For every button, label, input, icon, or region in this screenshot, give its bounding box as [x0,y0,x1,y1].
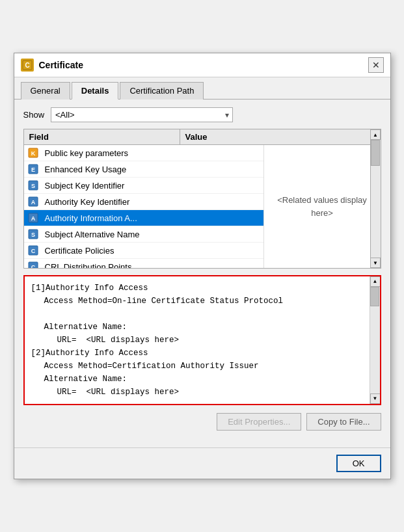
field-name-subject-alt: Subject Alternative Name [42,228,184,241]
tab-details[interactable]: Details [72,82,119,100]
title-bar-left: C Certificate [21,59,83,72]
field-name-subject-key: Subject Key Identifier [42,180,184,192]
detail-line-7: Alternative Name: [31,373,373,386]
field-icon-enhanced-key: E [27,163,40,176]
show-row: Show <All> [23,107,381,122]
field-name-cert-policies: Certificate Policies [42,245,184,257]
dialog-title: Certificate [39,60,83,70]
detail-scroll-down[interactable]: ▼ [370,393,381,404]
detail-scroll-track[interactable] [370,287,380,393]
table-row[interactable]: C CRL Distribution Points [24,259,263,268]
scroll-thumb[interactable] [371,145,380,166]
scroll-down-btn[interactable]: ▼ [370,258,381,268]
detail-content-box: [1]Authority Info Access Access Method=O… [23,275,381,405]
edit-properties-button[interactable]: Edit Properties... [217,413,301,431]
scroll-track[interactable] [371,145,381,258]
tab-bar: General Details Certification Path [14,77,390,100]
svg-text:S: S [31,232,34,238]
table-row[interactable]: S Subject Key Identifier [24,178,263,194]
table-row[interactable]: S Subject Alternative Name [24,226,263,243]
field-name-enhanced-key: Enhanced Key Usage [42,163,184,176]
detail-line-6: Access Method=Certification Authority Is… [31,360,373,373]
detail-scroll-up[interactable]: ▲ [370,276,381,287]
tab-certpath[interactable]: Certification Path [120,82,204,100]
detail-line-0: [1]Authority Info Access [31,282,373,295]
table-row[interactable]: K Public key parameters [24,145,263,161]
field-icon-crl-dist: C [27,260,40,268]
svg-text:S: S [31,183,34,189]
detail-scroll-thumb[interactable] [370,287,379,306]
detail-line-1: Access Method=On-line Certificate Status… [31,295,373,308]
detail-line-8: URL= <URL displays here> [31,386,373,399]
svg-text:A: A [31,215,35,222]
field-name-authority-info: Authority Information A... [42,212,184,224]
table-row-selected[interactable]: A Authority Information A... [24,210,263,226]
field-icon-authority-info: A [27,211,40,224]
svg-text:C: C [31,248,35,254]
field-table: Field Value K Public key parameters [23,129,381,269]
field-icon-subject-key: S [27,179,40,192]
table-row[interactable]: C Certificate Policies [24,243,263,259]
ok-button[interactable]: OK [336,455,381,472]
show-select-wrapper: <All> [51,107,233,122]
action-buttons-row: Edit Properties... Copy to File... [23,413,381,431]
detail-scrollbar[interactable]: ▲ ▼ [370,276,380,404]
field-table-body: K Public key parameters E Enhanced Key U… [24,145,263,268]
table-row[interactable]: E Enhanced Key Usage [24,161,263,178]
tab-general[interactable]: General [21,82,70,100]
show-select[interactable]: <All> [51,107,233,122]
value-placeholder: <Related values display here> [264,174,381,239]
svg-text:A: A [31,199,35,206]
show-label: Show [23,110,45,120]
value-display-area: <Related values display here> [263,145,381,268]
field-icon-subject-alt: S [27,228,40,241]
dialog-icon: C [21,59,34,72]
copy-to-file-button[interactable]: Copy to File... [306,413,381,431]
field-icon-authority-key: A [27,195,40,208]
svg-text:C: C [31,264,35,268]
svg-text:K: K [31,150,35,157]
svg-text:C: C [25,62,29,69]
field-icon-public-key: K [27,146,40,159]
field-col-header: Field [24,129,180,144]
value-col-header: Value [180,129,381,144]
certificate-dialog: C Certificate ✕ General Details Certific… [14,53,391,479]
field-icon-cert-policies: C [27,244,40,257]
detail-line-5: [2]Authority Info Access [31,347,373,360]
detail-line-4: URL= <URL displays here> [31,334,373,347]
footer: OK [14,447,390,479]
field-name-authority-key: Authority Key Identifier [42,196,184,208]
title-bar: C Certificate ✕ [14,53,390,77]
field-name-public-key: Public key parameters [42,147,184,159]
dialog-content: Show <All> Field Value K [14,100,390,447]
table-header: Field Value [24,129,381,145]
close-button[interactable]: ✕ [368,57,384,73]
table-row[interactable]: A Authority Key Identifier [24,194,263,210]
detail-line-3: Alternative Name: [31,321,373,334]
field-name-crl-dist: CRL Distribution Points [42,261,184,269]
detail-line-2 [31,308,373,321]
svg-text:E: E [31,166,34,173]
table-scrollbar[interactable]: ▲ ▼ [370,145,381,268]
